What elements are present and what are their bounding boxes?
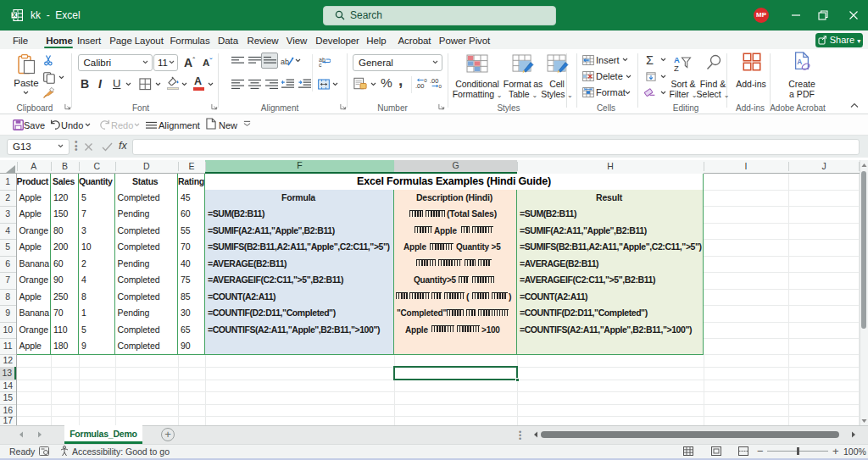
svg-text:A: A [797,58,802,66]
svg-text:0: 0 [424,77,427,83]
svg-text:0: 0 [439,83,442,89]
svg-text:X: X [12,11,16,19]
svg-text:.00: .00 [430,77,438,85]
svg-text:Z: Z [674,64,679,72]
svg-text:c: c [319,62,322,68]
svg-text:.00: .00 [415,82,424,89]
